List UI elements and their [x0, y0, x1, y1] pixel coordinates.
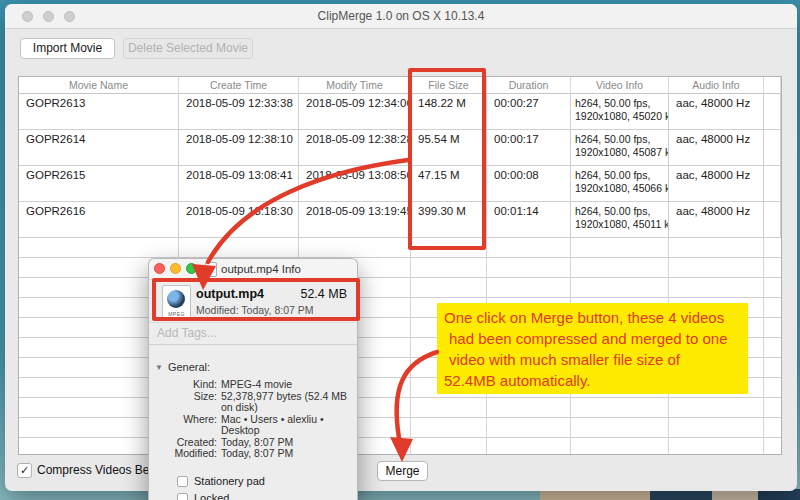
annotation-line: One click on Merge button, these 4 video… [444, 307, 748, 328]
field-modified: Modified: Today, 8:07 PM [149, 448, 357, 460]
merge-button[interactable]: Merge [377, 461, 428, 481]
table-row-gopr2615[interactable]: GOPR2615 2018-05-09 13:08:41 2018-05-09 … [19, 166, 781, 202]
file-info-highlight-box [152, 278, 360, 321]
column-header-create-time: Create Time [179, 77, 299, 94]
add-tags-placeholder: Add Tags... [157, 326, 217, 340]
document-icon [205, 262, 217, 277]
field-size: Size: 52,378,977 bytes (52.4 MB on disk) [149, 391, 357, 414]
annotation-note: One click on Merge button, these 4 video… [437, 303, 748, 394]
annotation-line: had been compressed and merged to one [444, 328, 748, 349]
window-titlebar: ClipMerge 1.0 on OS X 10.13.4 [5, 4, 797, 29]
delete-selected-movie-button[interactable]: Delete Selected Movie [123, 38, 253, 59]
cell-audio-info: aac, 48000 Hz [669, 130, 764, 166]
column-header-audio-info: Audio Info [669, 77, 764, 94]
import-movie-button[interactable]: Import Movie [20, 38, 115, 59]
close-icon[interactable] [154, 263, 165, 274]
annotation-line: 52.4MB automatically. [444, 370, 748, 391]
cell-audio-info: aac, 48000 Hz [669, 166, 764, 202]
attribute-checkboxes: Stationery pad Locked [177, 473, 357, 500]
locked-checkbox[interactable] [177, 493, 188, 500]
cell-duration: 00:00:27 [487, 94, 571, 130]
movie-table: Movie Name Create Time Modify Time File … [18, 76, 782, 455]
cell-create-time: 2018-05-09 12:33:38 [179, 94, 299, 130]
file-size-highlight-box [408, 68, 486, 250]
column-header-filler [764, 77, 781, 94]
zoom-icon[interactable] [186, 263, 197, 274]
window-title: ClipMerge 1.0 on OS X 10.13.4 [5, 4, 797, 28]
add-tags-field[interactable]: Add Tags... [149, 322, 357, 345]
table-row-gopr2616[interactable]: GOPR2616 2018-05-09 13:18:30 2018-05-09 … [19, 202, 781, 238]
column-header-movie-name: Movie Name [19, 77, 179, 94]
stationery-pad-label: Stationery pad [194, 475, 265, 487]
info-panel-title: output.mp4 Info [221, 259, 301, 279]
cell-video-info: h264, 50.00 fps,1920x1080, 45087 kb/s [571, 130, 669, 166]
general-heading: ▼General: [155, 361, 357, 373]
cell-movie-name: GOPR2616 [19, 202, 179, 238]
cell-filler [764, 166, 781, 202]
clipmerge-window: ClipMerge 1.0 on OS X 10.13.4 Import Mov… [5, 4, 797, 491]
cell-video-info: h264, 50.00 fps,1920x1080, 45066 kb/s [571, 166, 669, 202]
info-panel-titlebar: output.mp4 Info [149, 259, 357, 280]
cell-filler [764, 94, 781, 130]
minimize-icon[interactable] [170, 263, 181, 274]
cell-audio-info: aac, 48000 Hz [669, 94, 764, 130]
field-where: Where: Mac • Users • alexliu • Desktop [149, 414, 357, 437]
cell-audio-info: aac, 48000 Hz [669, 202, 764, 238]
table-header-row: Movie Name Create Time Modify Time File … [19, 77, 781, 94]
minimize-window-icon[interactable] [43, 11, 54, 22]
cell-create-time: 2018-05-09 13:18:30 [179, 202, 299, 238]
disclosure-triangle-icon[interactable]: ▼ [155, 363, 163, 372]
column-header-modify-time: Modify Time [299, 77, 411, 94]
table-row-gopr2613[interactable]: GOPR2613 2018-05-09 12:33:38 2018-05-09 … [19, 94, 781, 130]
cell-modify-time: 2018-05-09 13:19:45 [299, 202, 411, 238]
cell-modify-time: 2018-05-09 13:08:50 [299, 166, 411, 202]
cell-video-info: h264, 50.00 fps,1920x1080, 45011 kb/s [571, 202, 669, 238]
cell-modify-time: 2018-05-09 12:38:28 [299, 130, 411, 166]
cell-filler [764, 130, 781, 166]
zoom-window-icon[interactable] [64, 11, 75, 22]
general-fields: Kind: MPEG-4 movie Size: 52,378,977 byte… [149, 379, 357, 460]
general-section: ▼General: Kind: MPEG-4 movie Size: 52,37… [149, 345, 357, 500]
column-header-video-info: Video Info [571, 77, 669, 94]
cell-create-time: 2018-05-09 12:38:10 [179, 130, 299, 166]
cell-filler [764, 202, 781, 238]
cell-movie-name: GOPR2613 [19, 94, 179, 130]
cell-duration: 00:00:17 [487, 130, 571, 166]
locked-label: Locked [194, 492, 229, 500]
cell-create-time: 2018-05-09 13:08:41 [179, 166, 299, 202]
column-header-duration: Duration [487, 77, 571, 94]
close-window-icon[interactable] [22, 11, 33, 22]
cell-duration: 00:00:08 [487, 166, 571, 202]
cell-movie-name: GOPR2615 [19, 166, 179, 202]
cell-modify-time: 2018-05-09 12:34:06 [299, 94, 411, 130]
annotation-line: video with much smaller file size of [444, 349, 748, 370]
compress-videos-checkbox[interactable]: ✓ [17, 463, 32, 478]
table-row-gopr2614[interactable]: GOPR2614 2018-05-09 12:38:10 2018-05-09 … [19, 130, 781, 166]
stationery-pad-checkbox[interactable] [177, 476, 188, 487]
cell-movie-name: GOPR2614 [19, 130, 179, 166]
field-kind: Kind: MPEG-4 movie [149, 379, 357, 391]
cell-duration: 00:01:14 [487, 202, 571, 238]
cell-video-info: h264, 50.00 fps,1920x1080, 45020 kb/s [571, 94, 669, 130]
